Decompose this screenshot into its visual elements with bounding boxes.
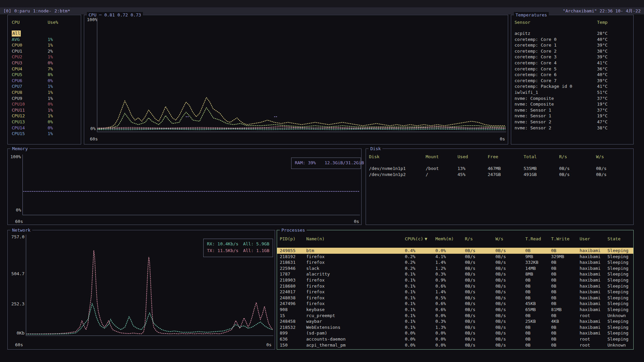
col-header-name[interactable]: Name(n) — [306, 236, 325, 242]
col-header-disk[interactable]: Disk — [369, 154, 379, 160]
process-row[interactable]: 218680 firefox 0.1% 0.6% 0B/s 0B/s 0B 0B… — [277, 283, 633, 289]
process-row[interactable]: 248458 waybar 0.1% 0.3% 0B/s 0B/s 25KB 4… — [277, 318, 633, 324]
temperature-row[interactable]: acpitz 28°C — [511, 31, 633, 37]
temperature-row[interactable]: coretemp: Core 3 39°C — [511, 54, 633, 60]
cpu-table-row[interactable]: AVG 1% — [8, 37, 81, 43]
process-row[interactable]: 15 rcu_preempt 0.1% 0.0% 0B/s 0B/s 0B 0B… — [277, 313, 633, 319]
cpu-table-row[interactable]: All — [8, 31, 81, 37]
cpu-table-row[interactable]: CPU15 1% — [8, 131, 81, 137]
process-read-rate: 0B/s — [465, 313, 475, 319]
cpu-core-label: CPU7 — [12, 83, 22, 89]
process-row[interactable]: 218192 firefox 0.2% 4.1% 0B/s 0B/s 9MB 3… — [277, 254, 633, 260]
col-header-write[interactable]: W/s — [596, 154, 604, 160]
process-name: keybase — [306, 307, 325, 313]
process-pid: 218192 — [280, 254, 296, 260]
process-row[interactable]: 247496 firefox 0.1% 0.6% 0B/s 0B/s 45KB … — [277, 301, 633, 307]
temperature-row[interactable]: nvme: Sensor 2 38°C — [511, 125, 633, 131]
col-header-cpu-percent[interactable]: CPU%(c) — [405, 236, 423, 242]
process-row[interactable]: 218903 firefox 0.1% 0.9% 0B/s 0B/s 0B 0B… — [277, 277, 633, 283]
col-header-total[interactable]: Total — [524, 154, 537, 160]
disk-row[interactable]: /dev/nvme1n1p2 / 45% 247GB 491GB 0B/s 0B… — [366, 172, 633, 178]
process-row[interactable]: 224017 firefox 0.1% 1.4% 0B/s 0B/s 0B 0B… — [277, 289, 633, 295]
col-header-sensor[interactable]: Sensor — [515, 19, 530, 25]
sensor-name: coretemp: Core 0 — [515, 37, 556, 43]
cpu-table-row[interactable]: CPU4 7% — [8, 66, 81, 72]
col-header-cpu[interactable]: CPU — [12, 19, 19, 25]
cpu-table-row[interactable]: CPU12 1% — [8, 113, 81, 119]
col-header-used[interactable]: Used — [458, 154, 468, 160]
sensor-temp: 39°C — [597, 42, 607, 48]
temperature-rows: acpitz 28°C coretemp: Core 0 40°C corete… — [511, 31, 633, 131]
col-header-pid[interactable]: PID(p) — [280, 236, 296, 242]
col-header-mount[interactable]: Mount — [426, 154, 439, 160]
col-header-mem-percent[interactable]: Mem%(m) — [435, 236, 454, 242]
col-header-temp[interactable]: Temp — [597, 19, 607, 25]
process-cpu: 0.0% — [405, 342, 415, 348]
process-row[interactable]: 218631 firefox 0.2% 1.4% 0B/s 0B/s 332KB… — [277, 259, 633, 265]
temperature-row[interactable]: coretemp: Core 2 38°C — [511, 48, 633, 54]
cpu-table-row[interactable]: CPU0 1% — [8, 42, 81, 48]
temperature-row[interactable]: nvme: Sensor 1 19°C — [511, 113, 633, 119]
process-write-rate: 0B/s — [495, 342, 506, 348]
tmux-window-0[interactable]: 0:paru — [14, 7, 30, 14]
temperature-row[interactable]: coretemp: Core 7 39°C — [511, 78, 633, 84]
col-header-use[interactable]: Use% — [48, 19, 58, 25]
disk-device: /dev/nvme1n1p1 — [369, 166, 406, 172]
temperature-row[interactable]: nvme: Composite 19°C — [511, 101, 633, 107]
process-read-rate: 0B/s — [465, 277, 475, 283]
process-row[interactable]: 218532 WebExtensions 0.1% 1.3% 0B/s 0B/s… — [277, 324, 633, 330]
process-name: firefox — [306, 254, 325, 260]
temperature-row[interactable]: coretemp: Core 4 41°C — [511, 60, 633, 66]
disk-row[interactable]: /dev/nvme1n1p1 /boot 13% 467MB 535MB 0B/… — [366, 166, 633, 172]
tmux-window-2-current[interactable]: 2:btm* — [54, 7, 70, 14]
cpu-table-row[interactable]: CPU5 8% — [8, 72, 81, 78]
cpu-table-row[interactable]: CPU7 1% — [8, 83, 81, 89]
process-cpu: 0.2% — [405, 265, 415, 272]
col-header-total-write[interactable]: T.Write — [551, 236, 570, 242]
process-row[interactable]: 150 acpi_thermal_pm 0.0% 0.0% 0B/s 0B/s … — [277, 342, 633, 348]
tmux-status-right: "Archaxibami" 22:36 10- 4月-22 — [563, 7, 641, 14]
temperature-row[interactable]: nvme: Sensor 1 37°C — [511, 107, 633, 113]
cpu-table-row[interactable]: CPU13 0% — [8, 119, 81, 125]
col-header-state[interactable]: State — [607, 236, 621, 242]
sensor-temp: 39°C — [597, 78, 607, 84]
process-row[interactable]: 225946 slack 0.2% 1.2% 0B/s 0B/s 14MB 0B… — [277, 265, 633, 272]
col-header-read-rate[interactable]: R/s — [465, 236, 473, 242]
cpu-table-row[interactable]: CPU10 0% — [8, 101, 81, 107]
temperature-row[interactable]: coretemp: Package id 0 41°C — [511, 83, 633, 89]
cpu-table-row[interactable]: CPU9 1% — [8, 96, 81, 102]
cpu-table-row[interactable]: CPU3 0% — [8, 60, 81, 66]
process-total-write: 0B — [551, 289, 556, 295]
process-row[interactable]: 1787 alacritty 0.1% 0.3% 0B/s 0B/s 8MB 0… — [277, 271, 633, 277]
col-header-total-read[interactable]: T.Read — [525, 236, 541, 242]
process-row[interactable]: 636 accounts-daemon 0.0% 0.0% 0B/s 0B/s … — [277, 336, 633, 342]
disk-total: 491GB — [524, 172, 537, 178]
cpu-table-row[interactable]: CPU6 0% — [8, 78, 81, 84]
process-row[interactable]: 249855 btm 0.4% 0.0% 0B/s 0B/s 0B 0B hax… — [277, 248, 633, 254]
temperature-row[interactable]: coretemp: Core 1 39°C — [511, 42, 633, 48]
temperature-row[interactable]: coretemp: Core 6 40°C — [511, 72, 633, 78]
temperature-row[interactable]: nvme: Composite 37°C — [511, 96, 633, 102]
col-header-user[interactable]: User — [580, 236, 590, 242]
temperature-row[interactable]: nvme: Sensor 2 47°C — [511, 119, 633, 125]
col-header-write-rate[interactable]: W/s — [495, 236, 503, 242]
process-total-read: 0B — [525, 313, 531, 319]
tmux-window-1[interactable]: 1:node- — [33, 7, 51, 14]
cpu-table-row[interactable]: CPU14 0% — [8, 125, 81, 131]
process-row[interactable]: 908 keybase 0.1% 0.6% 0B/s 0B/s 65MB 81M… — [277, 307, 633, 313]
temperature-row[interactable]: coretemp: Core 0 40°C — [511, 37, 633, 43]
col-header-read[interactable]: R/s — [559, 154, 567, 160]
temperature-row[interactable]: coretemp: Core 5 36°C — [511, 66, 633, 72]
cpu-table-row[interactable]: CPU2 1% — [8, 54, 81, 60]
process-row[interactable]: 248038 firefox 0.1% 0.5% 0B/s 0B/s 0B 0B… — [277, 295, 633, 301]
process-read-rate: 0B/s — [465, 259, 475, 265]
cpu-table-row[interactable]: CPU8 1% — [8, 89, 81, 96]
cpu-table-row[interactable]: CPU11 1% — [8, 107, 81, 113]
process-mem: 0.0% — [435, 330, 446, 336]
col-header-free[interactable]: Free — [488, 154, 498, 160]
cpu-table-row[interactable]: CPU1 2% — [8, 48, 81, 54]
temperature-row[interactable]: iwlwifi_1 51°C — [511, 89, 633, 96]
process-row[interactable]: 899 (sd-pam) 0.0% 0.0% 0B/s 0B/s 0B 0B h… — [277, 330, 633, 336]
process-state: Sleeping — [607, 254, 629, 260]
process-total-write: 0B — [551, 330, 556, 336]
